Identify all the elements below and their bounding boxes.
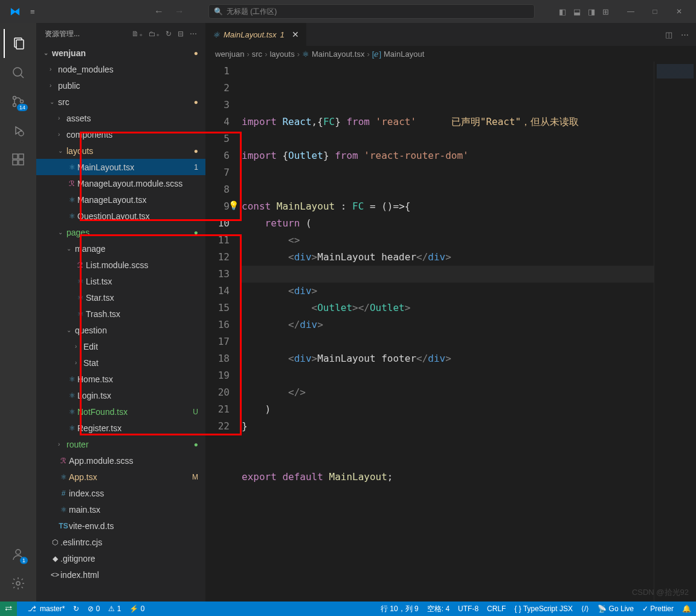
status-prettier-toggle[interactable]: ⟨/⟩	[581, 605, 589, 613]
tree-item-label: assets	[66, 114, 205, 123]
file-home-tsx[interactable]: ⚛Home.tsx	[36, 371, 205, 387]
layout-panel-bottom-icon[interactable]: ⬓	[573, 7, 581, 16]
nav-back-icon[interactable]: ←	[154, 6, 164, 17]
hamburger-icon[interactable]: ≡	[25, 5, 40, 19]
folder-node-modules[interactable]: ›node_modules	[36, 61, 205, 77]
close-icon[interactable]: ✕	[292, 30, 299, 39]
status-errors[interactable]: ⊘ 0	[88, 605, 100, 613]
layout-customize-icon[interactable]: ⊞	[602, 7, 609, 16]
folder-question[interactable]: ⌄question	[36, 322, 205, 338]
file-tree[interactable]: ⌄ wenjuan ● ›node_modules›public⌄src●›as…	[36, 45, 205, 602]
code-editor[interactable]: 12345678910111213141516171819202122 💡 im…	[205, 62, 696, 602]
window-maximize-icon[interactable]: □	[643, 7, 667, 16]
svg-rect-9	[13, 154, 18, 159]
file-index-html[interactable]: <>index.html	[36, 566, 205, 583]
file-mainlayout-tsx[interactable]: ⚛MainLayout.tsx1	[36, 159, 205, 175]
status-bell-icon[interactable]: 🔔	[682, 605, 691, 613]
tree-item-label: Stat	[83, 358, 205, 368]
file-app-tsx[interactable]: ⚛App.tsxM	[36, 469, 205, 485]
status-warnings[interactable]: ⚠ 1	[108, 605, 121, 613]
split-editor-icon[interactable]: ◫	[665, 30, 672, 39]
status-spaces[interactable]: 空格: 4	[427, 604, 450, 614]
code-content[interactable]: 💡 import React,{FC} from 'react' 已声明"Rea…	[242, 62, 654, 602]
layout-panel-left-icon[interactable]: ◧	[559, 7, 566, 16]
status-eol[interactable]: CRLF	[487, 605, 506, 613]
file-star-tsx[interactable]: ⚛Star.tsx	[36, 289, 205, 306]
react-icon: ⚛	[302, 50, 309, 59]
activity-search[interactable]	[4, 58, 33, 87]
file-trash-tsx[interactable]: ⚛Trash.tsx	[36, 306, 205, 322]
tree-item-label: Home.tsx	[77, 374, 205, 384]
svg-point-8	[19, 131, 24, 136]
refresh-icon[interactable]: ↻	[166, 30, 172, 38]
file-index-css[interactable]: #index.css	[36, 485, 205, 501]
file-login-tsx[interactable]: ⚛Login.tsx	[36, 387, 205, 403]
file-icon: ⚛	[58, 505, 69, 514]
status-prettier[interactable]: ✓ Prettier	[642, 605, 674, 613]
command-center[interactable]: 🔍 无标题 (工作区)	[208, 4, 535, 19]
file--gitignore[interactable]: ◆.gitignore	[36, 550, 205, 566]
tab-mainlayout[interactable]: ⚛ MainLayout.tsx 1 ✕	[205, 23, 307, 46]
tree-item-label: App.tsx	[69, 472, 205, 482]
file-icon: ⚛	[75, 294, 86, 302]
folder-components[interactable]: ›components	[36, 126, 205, 143]
file-questionlayout-tsx[interactable]: ⚛QuestionLayout.tsx	[36, 208, 205, 224]
status-golive[interactable]: 📡 Go Live	[598, 605, 634, 613]
react-icon: ⚛	[213, 30, 220, 39]
file-app-module-scss[interactable]: ℛApp.module.scss	[36, 452, 205, 469]
status-encoding[interactable]: UTF-8	[458, 605, 478, 613]
tree-item-label: List.module.scss	[86, 260, 205, 270]
folder-public[interactable]: ›public	[36, 77, 205, 94]
file-main-tsx[interactable]: ⚛main.tsx	[36, 501, 205, 518]
file-vite-env-d-ts[interactable]: TSvite-env.d.ts	[36, 518, 205, 534]
status-port[interactable]: ⚡ 0	[129, 605, 144, 613]
file--eslintrc-cjs[interactable]: ⬡.eslintrc.cjs	[36, 534, 205, 550]
file-managelayout-tsx[interactable]: ⚛ManageLayout.tsx	[36, 191, 205, 208]
tree-item-label: NotFound.tsx	[77, 407, 205, 417]
file-list-module-scss[interactable]: ℛList.module.scss	[36, 257, 205, 273]
file-register-tsx[interactable]: ⚛Register.tsx	[36, 420, 205, 436]
file-icon: ⬡	[50, 538, 60, 547]
tree-item-label: components	[66, 130, 205, 140]
status-sync[interactable]: ↻	[73, 605, 79, 613]
breadcrumb[interactable]: wenjuan› src› layouts› ⚛ MainLayout.tsx›…	[205, 46, 696, 62]
layout-panel-right-icon[interactable]: ◨	[588, 7, 595, 16]
file-list-tsx[interactable]: ⚛List.tsx	[36, 273, 205, 289]
status-lang[interactable]: { } TypeScript JSX	[514, 605, 573, 613]
folder-assets[interactable]: ›assets	[36, 110, 205, 126]
activity-scm[interactable]: 14	[4, 87, 33, 116]
more-actions-icon[interactable]: ⋯	[681, 30, 689, 39]
folder-root[interactable]: ⌄ wenjuan ●	[36, 45, 205, 61]
activity-extensions[interactable]	[4, 145, 33, 174]
file-managelayout-module-scss[interactable]: ℛManageLayout.module.scss	[36, 175, 205, 191]
file-notfound-tsx[interactable]: ⚛NotFound.tsxU	[36, 403, 205, 420]
tree-item-label: main.tsx	[69, 505, 205, 515]
status-line-col[interactable]: 行 10，列 9	[381, 604, 419, 614]
more-icon[interactable]: ⋯	[190, 30, 197, 38]
window-close-icon[interactable]: ✕	[667, 7, 691, 16]
collapse-icon[interactable]: ⊟	[178, 30, 184, 38]
minimap[interactable]	[654, 62, 696, 602]
activity-debug[interactable]	[4, 116, 33, 145]
new-file-icon[interactable]: 🗎₊	[132, 30, 143, 38]
chevron-down-icon: ⌄	[58, 147, 66, 154]
tab-label: MainLayout.tsx	[224, 30, 276, 39]
status-branch[interactable]: ⎇ master*	[28, 605, 65, 613]
window-minimize-icon[interactable]: —	[619, 7, 643, 16]
folder-router[interactable]: ›router●	[36, 436, 205, 452]
folder-stat[interactable]: ›Stat	[36, 355, 205, 371]
folder-src[interactable]: ⌄src●	[36, 94, 205, 110]
file-icon: ⚛	[66, 196, 77, 204]
activity-accounts[interactable]: 1	[4, 540, 33, 569]
lightbulb-icon[interactable]: 💡	[228, 197, 239, 214]
activity-settings[interactable]	[4, 569, 33, 598]
svg-rect-1	[16, 40, 24, 49]
nav-forward-icon[interactable]: →	[175, 6, 184, 17]
folder-pages[interactable]: ⌄pages●	[36, 224, 205, 240]
new-folder-icon[interactable]: 🗀₊	[149, 30, 160, 38]
activity-explorer[interactable]	[4, 29, 33, 58]
folder-manage[interactable]: ⌄manage	[36, 240, 205, 257]
remote-button[interactable]: ⮂	[0, 602, 17, 616]
folder-edit[interactable]: ›Edit	[36, 338, 205, 355]
folder-layouts[interactable]: ⌄layouts●	[36, 143, 205, 159]
